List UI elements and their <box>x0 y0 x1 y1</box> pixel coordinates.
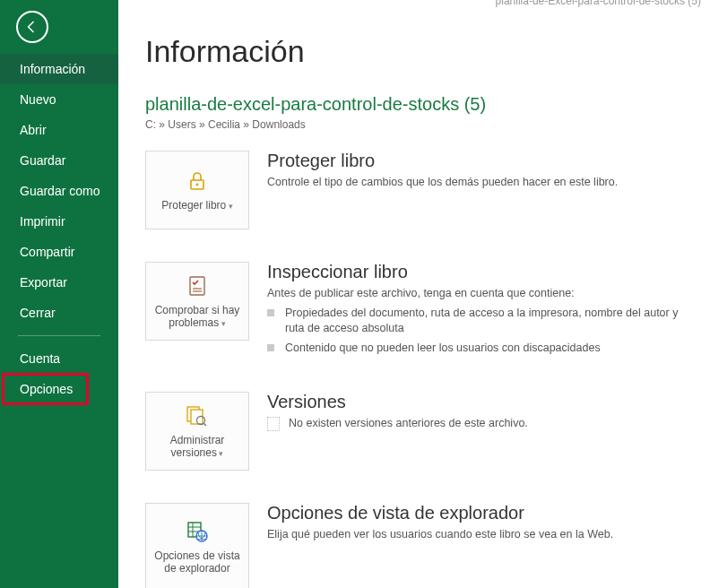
section-protect: Proteger libro Proteger libro Controle e… <box>145 151 683 229</box>
backstage-sidebar: Información Nuevo Abrir Guardar Guardar … <box>0 0 118 588</box>
arrow-left-icon <box>24 19 40 35</box>
sidebar-item-cerrar[interactable]: Cerrar <box>0 298 118 328</box>
window-title: planilla-de-Excel-para-control-de-stocks… <box>496 0 701 7</box>
sidebar-separator <box>18 335 100 336</box>
browser-view-options-button[interactable]: Opciones de vista de explorador <box>145 503 249 588</box>
section-versions: Administrar versiones Versiones No exist… <box>145 392 683 471</box>
sidebar-item-informacion[interactable]: Información <box>0 54 118 84</box>
file-path: C: » Users » Cecilia » Downloads <box>145 118 683 131</box>
bullet-icon <box>267 344 274 351</box>
inspect-bullet-2-text: Contenido que no pueden leer los usuario… <box>285 341 601 357</box>
inspect-bullet-1-text: Propiedades del documento, ruta de acces… <box>285 306 683 337</box>
svg-rect-2 <box>190 277 204 295</box>
inspect-desc: Antes de publicar este archivo, tenga en… <box>267 286 683 302</box>
sidebar-item-guardar-como[interactable]: Guardar como <box>0 176 118 206</box>
excel-globe-icon <box>185 519 210 544</box>
protect-desc: Controle el tipo de cambios que los demá… <box>267 175 683 191</box>
browser-desc: Elija qué pueden ver los usuarios cuando… <box>267 527 683 543</box>
sidebar-item-imprimir[interactable]: Imprimir <box>0 206 118 237</box>
sidebar-item-nuevo[interactable]: Nuevo <box>0 84 118 115</box>
versions-desc: No existen versiones anteriores de este … <box>289 416 528 432</box>
sidebar-item-guardar[interactable]: Guardar <box>0 145 118 176</box>
checklist-icon <box>186 273 209 298</box>
versions-icon <box>185 403 210 428</box>
inspect-bullet-2: Contenido que no pueden leer los usuario… <box>267 341 683 357</box>
sidebar-item-cuenta[interactable]: Cuenta <box>0 343 118 374</box>
file-name: planilla-de-excel-para-control-de-stocks… <box>145 94 683 115</box>
back-button[interactable] <box>16 11 48 43</box>
protect-card-label: Proteger libro <box>161 199 233 212</box>
manage-versions-button[interactable]: Administrar versiones <box>145 392 249 471</box>
sidebar-item-abrir[interactable]: Abrir <box>0 115 118 145</box>
sidebar-item-exportar[interactable]: Exportar <box>0 267 118 298</box>
lock-icon <box>186 169 209 194</box>
browser-title: Opciones de vista de explorador <box>267 503 683 523</box>
versions-title: Versiones <box>267 392 683 412</box>
section-inspect: Comprobar si hay problemas Inspeccionar … <box>145 262 683 359</box>
svg-point-1 <box>196 183 199 186</box>
sidebar-item-opciones[interactable]: Opciones <box>3 374 88 404</box>
protect-workbook-button[interactable]: Proteger libro <box>145 151 249 229</box>
browser-card-label: Opciones de vista de explorador <box>150 549 245 575</box>
protect-title: Proteger libro <box>267 151 683 171</box>
page-title: Información <box>145 34 683 69</box>
check-issues-button[interactable]: Comprobar si hay problemas <box>145 262 249 341</box>
inspect-card-label: Comprobar si hay problemas <box>150 304 245 330</box>
document-outline-icon <box>267 417 280 431</box>
bullet-icon <box>267 309 274 316</box>
inspect-title: Inspeccionar libro <box>267 262 683 282</box>
main-content: planilla-de-Excel-para-control-de-stocks… <box>118 0 710 588</box>
section-browser-view: Opciones de vista de explorador Opciones… <box>145 503 683 588</box>
versions-card-label: Administrar versiones <box>150 434 245 460</box>
sidebar-item-compartir[interactable]: Compartir <box>0 237 118 267</box>
inspect-bullet-1: Propiedades del documento, ruta de acces… <box>267 306 683 337</box>
